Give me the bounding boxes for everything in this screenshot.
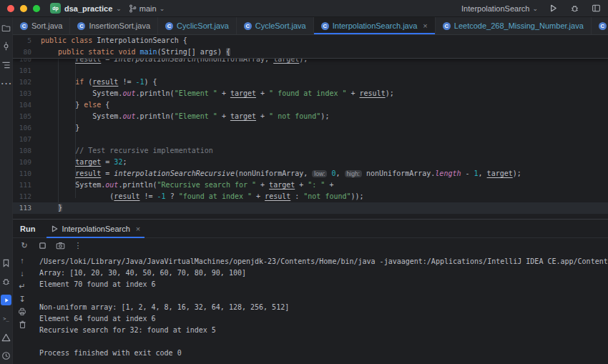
console-line: Process finished with exit code 0 (39, 348, 608, 359)
structure-tool-button[interactable] (1, 59, 11, 70)
project-icon: dp (50, 3, 61, 14)
line-number: 100 (13, 59, 31, 65)
editor-tab-bar: C Sort.java C InsertionSort.java C Cycli… (13, 17, 608, 35)
line-number: 5 (13, 35, 31, 46)
branch-widget[interactable]: main ⌄ (129, 4, 165, 13)
debug-tool-button[interactable] (1, 276, 11, 287)
minimize-window-button[interactable] (20, 5, 27, 12)
code-line: 101 (13, 65, 608, 77)
branch-name: main (139, 4, 157, 13)
down-stack-trace-icon[interactable]: ↓ (17, 268, 27, 278)
run-tab-label: InterpolationSearch (62, 225, 129, 233)
line-number: 106 (13, 122, 31, 134)
line-number: 102 (13, 77, 31, 88)
more-tools-button[interactable]: ⋯ (1, 78, 11, 89)
java-class-icon: C (321, 22, 329, 30)
tool-window-stripe: ⋯ >_ (0, 17, 13, 364)
code-line: 106 } (13, 122, 608, 134)
code-line: 103 System.out.println("Element " + targ… (13, 88, 608, 99)
more-options-icon[interactable]: ⋮ (73, 240, 83, 250)
run-tool-button[interactable] (1, 295, 11, 305)
console-line: /Users/loki/Library/Java/JavaVirtualMach… (39, 256, 608, 267)
project-tool-button[interactable] (1, 22, 11, 33)
run-console-tab[interactable]: InterpolationSearch × (46, 220, 144, 238)
console-side-toolbar: ↑ ↓ ↵ ↧ (13, 252, 31, 364)
code-line: 80 public static void main(String[] args… (13, 46, 608, 58)
code-line: 100 result = interpolationSearch(nonUnif… (13, 59, 608, 65)
window-controls (6, 5, 40, 12)
java-class-icon: C (20, 22, 28, 30)
tab-selection[interactable]: C Selection (592, 17, 608, 34)
code-line: 112 (result != -1 ? "found at index " + … (13, 191, 608, 202)
layout-button[interactable] (589, 2, 602, 15)
line-number: 110 (13, 168, 31, 179)
thread-dump-icon[interactable] (55, 240, 65, 250)
code-line: 113 } (13, 202, 608, 214)
run-config-name: InterpolationSearch (461, 4, 529, 13)
tab-insertionsort[interactable]: C InsertionSort.java (70, 17, 158, 34)
run-panel-title: Run (20, 225, 35, 233)
code-editor[interactable]: 5public class InterpolationSearch {80 pu… (13, 35, 608, 219)
run-header: Run InterpolationSearch × (13, 220, 608, 238)
problems-tool-button[interactable] (1, 332, 11, 343)
run-tool-window: Run InterpolationSearch × ↻ ⋮ (13, 219, 608, 364)
rerun-icon[interactable]: ↻ (19, 240, 29, 250)
clear-all-icon[interactable] (17, 320, 27, 330)
tab-interpolationsearch[interactable]: C InterpolationSearch.java × (314, 17, 436, 34)
java-class-icon: C (443, 22, 451, 30)
line-number: 113 (13, 202, 31, 214)
close-run-tab-icon[interactable]: × (136, 225, 140, 233)
commit-tool-button[interactable] (1, 41, 11, 51)
console-line (39, 336, 608, 348)
bookmarks-tool-button[interactable] (1, 257, 11, 268)
console-line: Recursive search for 32: found at index … (39, 325, 608, 336)
print-icon[interactable] (17, 307, 27, 317)
code-line: 108 // Test recursive implementation (13, 145, 608, 157)
line-number: 104 (13, 99, 31, 111)
up-stack-trace-icon[interactable]: ↑ (17, 255, 27, 265)
terminal-tool-button[interactable]: >_ (1, 313, 11, 324)
scroll-to-end-icon[interactable]: ↧ (17, 294, 27, 304)
code-area: 100 result = interpolationSearch(nonUnif… (13, 59, 608, 218)
code-line: 105 System.out.println("Element " + targ… (13, 111, 608, 122)
console-output[interactable]: /Users/loki/Library/Java/JavaVirtualMach… (31, 252, 608, 364)
run-tool-active-indicator (1, 295, 11, 305)
line-number: 109 (13, 157, 31, 168)
console-line: Element 64 found at index 6 (39, 313, 608, 325)
close-window-button[interactable] (7, 5, 14, 12)
soft-wrap-icon[interactable]: ↵ (17, 281, 27, 291)
code-line: 111 System.out.println("Recursive search… (13, 179, 608, 191)
java-class-icon: C (244, 22, 252, 30)
chevron-down-icon: ⌄ (532, 6, 538, 12)
line-number: 111 (13, 179, 31, 191)
line-number: 105 (13, 111, 31, 122)
project-name: dsa_practice (64, 4, 112, 13)
console-line: Non-uniform array: [1, 2, 4, 8, 16, 32, … (39, 302, 608, 313)
run-config-selector[interactable]: InterpolationSearch ⌄ (461, 4, 538, 13)
console-line: Array: [10, 20, 30, 40, 50, 60, 70, 80, … (39, 267, 608, 279)
code-line: 5public class InterpolationSearch { (13, 35, 608, 46)
git-branch-icon (129, 4, 137, 13)
stop-icon[interactable] (37, 240, 47, 250)
zoom-window-button[interactable] (33, 5, 40, 12)
sticky-lines-panel: 5public class InterpolationSearch {80 pu… (13, 35, 608, 59)
debug-button[interactable] (568, 2, 581, 15)
tab-sort[interactable]: C Sort.java (13, 17, 70, 34)
run-tab-icon (51, 225, 58, 232)
chevron-down-icon: ⌄ (160, 6, 165, 12)
console-line (39, 290, 608, 302)
tab-cyclesort[interactable]: C CycleSort.java (237, 17, 314, 34)
run-button[interactable] (546, 2, 559, 15)
line-number: 107 (13, 134, 31, 145)
code-line: 104 } else { (13, 99, 608, 111)
project-widget[interactable]: dp dsa_practice ⌄ (50, 3, 122, 14)
recent-tool-button[interactable] (1, 350, 11, 361)
line-number: 112 (13, 191, 31, 202)
tab-cyclicsort[interactable]: C CyclicSort.java (158, 17, 237, 34)
code-line: 107 (13, 134, 608, 145)
java-class-icon: C (599, 22, 607, 30)
tab-leetcode-268[interactable]: C Leetcode_268_Missing_Number.java (436, 17, 592, 34)
close-tab-icon[interactable]: × (423, 21, 427, 30)
titlebar: dp dsa_practice ⌄ main ⌄ InterpolationSe… (0, 0, 608, 17)
code-line: 102 if (result != -1) { (13, 77, 608, 88)
